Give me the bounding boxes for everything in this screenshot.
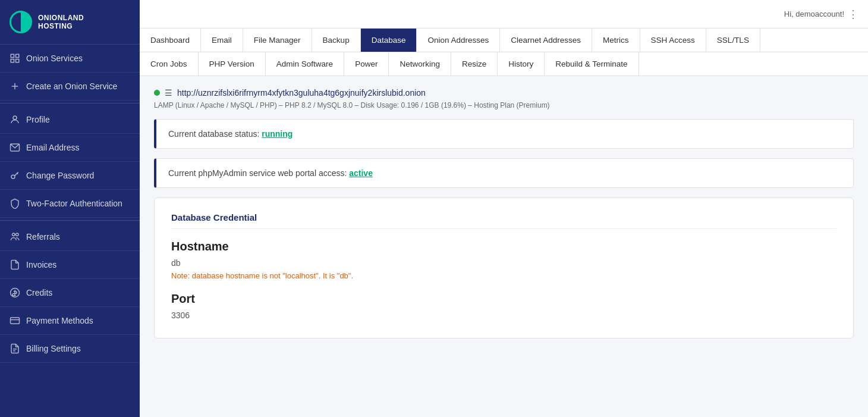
logo-text: ONIONLAND HOSTING <box>38 14 84 31</box>
tab-rebuild-terminate[interactable]: Rebuild & Terminate <box>545 52 639 76</box>
sidebar-label-change-password: Change Password <box>26 171 94 180</box>
svg-point-6 <box>13 116 17 120</box>
sidebar-label-email: Email Address <box>26 143 79 152</box>
tabs-row-2: Cron JobsPHP VersionAdmin SoftwarePowerN… <box>140 52 868 76</box>
port-label: Port <box>171 292 836 306</box>
logo-icon <box>10 11 32 33</box>
tab-resize[interactable]: Resize <box>451 52 498 76</box>
hostname-label: Hostname <box>171 240 836 253</box>
users-icon <box>10 231 20 242</box>
sidebar-label-referrals: Referrals <box>26 232 60 242</box>
tab-power[interactable]: Power <box>344 52 389 76</box>
tab-history[interactable]: History <box>498 52 545 76</box>
tab-ssh-access[interactable]: SSH Access <box>640 29 706 52</box>
sidebar-label-onion-services: Onion Services <box>26 54 83 63</box>
sidebar-item-billing-settings[interactable]: Billing Settings <box>0 335 140 363</box>
svg-rect-3 <box>16 59 19 62</box>
db-status-link[interactable]: running <box>262 129 293 139</box>
sidebar-label-credits: Credits <box>26 288 52 297</box>
tab-email[interactable]: Email <box>201 29 243 52</box>
tab-cron-jobs[interactable]: Cron Jobs <box>140 52 199 76</box>
credit-card-icon <box>10 315 20 326</box>
shield-icon <box>10 198 20 209</box>
status-indicator <box>154 90 160 96</box>
phpmyadmin-label: Current phpMyAdmin service web portal ac… <box>168 168 349 178</box>
envelope-icon <box>10 142 20 153</box>
sidebar-label-billing-settings: Billing Settings <box>26 344 81 353</box>
hostname-note: Note: database hostname is not "localhos… <box>171 271 836 280</box>
tab-database[interactable]: Database <box>361 29 417 52</box>
service-url[interactable]: http://uznrzifslxi6rifrnyrm4xfytkn3guluh… <box>177 88 426 98</box>
sidebar-item-profile[interactable]: Profile <box>0 106 140 134</box>
sidebar: ONIONLAND HOSTING Onion Services Create … <box>0 0 140 417</box>
sidebar-item-two-factor[interactable]: Two-Factor Authentication <box>0 190 140 218</box>
tab-metrics[interactable]: Metrics <box>592 29 640 52</box>
sidebar-item-payment-methods[interactable]: Payment Methods <box>0 307 140 335</box>
tab-php-version[interactable]: PHP Version <box>199 52 266 76</box>
plus-icon <box>10 81 20 92</box>
sidebar-label-invoices: Invoices <box>26 260 56 269</box>
sidebar-label-two-factor: Two-Factor Authentication <box>26 199 122 208</box>
grid-icon <box>10 53 20 64</box>
tabs-container: DashboardEmailFile ManagerBackupDatabase… <box>140 29 868 76</box>
sidebar-item-change-password[interactable]: Change Password <box>0 162 140 190</box>
card-title: Database Credential <box>171 212 836 229</box>
topbar-greeting: Hi, demoaccount! <box>784 10 844 18</box>
port-value: 3306 <box>171 311 836 320</box>
db-status-box: Current database status: running <box>154 119 854 149</box>
sidebar-item-create-onion[interactable]: Create an Onion Service <box>0 73 140 101</box>
svg-point-9 <box>12 233 15 236</box>
dollar-icon <box>10 287 20 298</box>
key-icon <box>10 170 20 181</box>
tab-ssl-tls[interactable]: SSL/TLS <box>706 29 760 52</box>
sidebar-label-create-onion: Create an Onion Service <box>26 81 117 91</box>
tab-backup[interactable]: Backup <box>312 29 361 52</box>
sidebar-label-profile: Profile <box>26 115 50 124</box>
topbar-user: Hi, demoaccount! ⋮ <box>784 8 858 21</box>
content-area: ☰ http://uznrzifslxi6rifrnyrm4xfytkn3gul… <box>140 76 868 417</box>
svg-point-10 <box>16 233 19 236</box>
sidebar-label-payment-methods: Payment Methods <box>26 316 93 325</box>
phpmyadmin-status-box: Current phpMyAdmin service web portal ac… <box>154 158 854 188</box>
topbar-menu-button[interactable]: ⋮ <box>848 8 858 21</box>
service-bar: ☰ http://uznrzifslxi6rifrnyrm4xfytkn3gul… <box>154 88 854 98</box>
topbar: Hi, demoaccount! ⋮ <box>140 0 868 29</box>
sidebar-item-onion-services[interactable]: Onion Services <box>0 45 140 73</box>
list-icon: ☰ <box>165 88 172 98</box>
logo: ONIONLAND HOSTING <box>0 0 140 45</box>
document-icon <box>10 343 20 354</box>
svg-rect-1 <box>16 54 19 57</box>
sidebar-item-email[interactable]: Email Address <box>0 134 140 162</box>
main-area: Hi, demoaccount! ⋮ DashboardEmailFile Ma… <box>140 0 868 417</box>
svg-rect-0 <box>11 54 14 57</box>
hostname-value: db <box>171 258 836 268</box>
tab-onion-addresses[interactable]: Onion Addresses <box>417 29 500 52</box>
sidebar-item-credits[interactable]: Credits <box>0 279 140 307</box>
db-credential-card: Database Credential Hostname db Note: da… <box>154 197 854 338</box>
sidebar-item-referrals[interactable]: Referrals <box>0 223 140 251</box>
svg-rect-12 <box>11 318 20 324</box>
service-meta: LAMP (Linux / Apache / MySQL / PHP) – PH… <box>154 101 854 109</box>
svg-rect-2 <box>11 59 14 62</box>
svg-point-8 <box>11 175 15 178</box>
tab-networking[interactable]: Networking <box>389 52 451 76</box>
tab-clearnet-addresses[interactable]: Clearnet Addresses <box>500 29 592 52</box>
db-status-label: Current database status: <box>168 129 262 139</box>
sidebar-item-invoices[interactable]: Invoices <box>0 251 140 279</box>
phpmyadmin-status-link[interactable]: active <box>349 168 373 178</box>
tab-file-manager[interactable]: File Manager <box>243 29 312 52</box>
tab-dashboard[interactable]: Dashboard <box>140 29 201 52</box>
tabs-row-1: DashboardEmailFile ManagerBackupDatabase… <box>140 29 868 52</box>
tab-admin-software[interactable]: Admin Software <box>266 52 344 76</box>
user-icon <box>10 114 20 125</box>
file-icon <box>10 259 20 270</box>
